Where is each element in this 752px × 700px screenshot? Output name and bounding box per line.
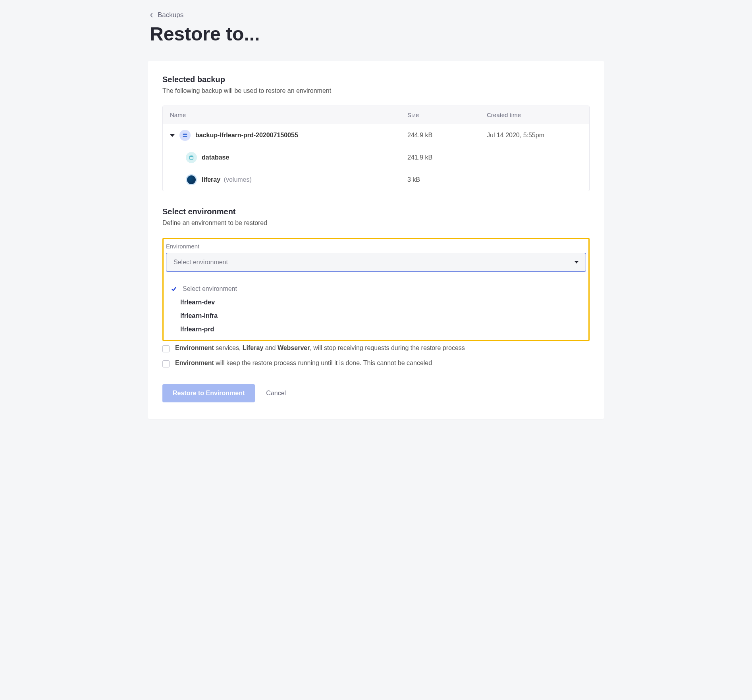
dropdown-option-label: lfrlearn-dev [180, 299, 215, 306]
action-bar: Restore to Environment Cancel [162, 384, 590, 402]
svg-rect-0 [183, 134, 187, 135]
svg-rect-1 [183, 136, 187, 137]
checkbox[interactable] [162, 345, 170, 352]
selected-backup-desc: The following backup will be used to res… [162, 87, 590, 94]
confirm-row: Environment will keep the restore proces… [162, 357, 590, 372]
child-suffix: (volumes) [224, 176, 252, 183]
environment-select[interactable]: Select environment [166, 253, 586, 272]
col-created: Created time [487, 112, 582, 118]
select-env-title: Select environment [162, 207, 590, 216]
table-row: database 241.9 kB [163, 146, 589, 169]
select-env-desc: Define an environment to be restored [162, 219, 590, 227]
confirmation-list: Environment services, Liferay and Webser… [162, 342, 590, 372]
restore-card: Selected backup The following backup wil… [148, 61, 604, 419]
chevron-left-icon [150, 12, 154, 18]
dropdown-option-label: lfrlearn-prd [180, 326, 214, 333]
checkbox[interactable] [162, 360, 170, 367]
cancel-button[interactable]: Cancel [266, 390, 286, 397]
breadcrumb-back[interactable]: Backups [148, 11, 604, 19]
environment-dropdown: Select environment lfrlearn-dev lfrlearn… [166, 280, 586, 340]
restore-button[interactable]: Restore to Environment [162, 384, 255, 402]
backup-icon [179, 130, 191, 141]
select-value: Select environment [174, 259, 228, 266]
col-name: Name [170, 112, 407, 118]
backup-name: backup-lfrlearn-prd-202007150055 [195, 132, 298, 139]
col-size: Size [407, 112, 487, 118]
dropdown-option[interactable]: lfrlearn-infra [168, 309, 584, 323]
backup-created: Jul 14 2020, 5:55pm [487, 132, 582, 139]
database-icon [186, 152, 197, 163]
check-icon [170, 286, 178, 292]
environment-field-label: Environment [166, 243, 586, 250]
page-container: Backups Restore to... Selected backup Th… [148, 0, 604, 443]
dropdown-option[interactable]: lfrlearn-dev [168, 296, 584, 309]
confirm-text: Environment will keep the restore proces… [175, 360, 432, 367]
backup-size: 244.9 kB [407, 132, 487, 139]
environment-highlight: Environment Select environment Select en… [162, 238, 590, 341]
svg-point-2 [190, 156, 193, 157]
liferay-icon [186, 174, 197, 185]
child-size: 3 kB [407, 176, 487, 183]
confirm-row: Environment services, Liferay and Webser… [162, 342, 590, 357]
dropdown-option-placeholder[interactable]: Select environment [168, 282, 584, 296]
expand-caret-icon[interactable] [170, 134, 175, 137]
dropdown-option[interactable]: lfrlearn-prd [168, 323, 584, 336]
child-size: 241.9 kB [407, 154, 487, 161]
child-name: database [202, 154, 229, 161]
page-title: Restore to... [148, 23, 604, 45]
selected-backup-title: Selected backup [162, 75, 590, 84]
table-header: Name Size Created time [163, 106, 589, 124]
dropdown-option-label: Select environment [183, 285, 237, 292]
breadcrumb-label: Backups [158, 11, 183, 19]
child-name: liferay [202, 176, 220, 183]
dropdown-option-label: lfrlearn-infra [180, 312, 218, 319]
chevron-down-icon [575, 261, 578, 263]
table-row: backup-lfrlearn-prd-202007150055 244.9 k… [163, 124, 589, 146]
confirm-text: Environment services, Liferay and Webser… [175, 344, 465, 352]
table-row: liferay (volumes) 3 kB [163, 169, 589, 191]
backup-table: Name Size Created time backup-lfrlearn-p… [162, 106, 590, 191]
